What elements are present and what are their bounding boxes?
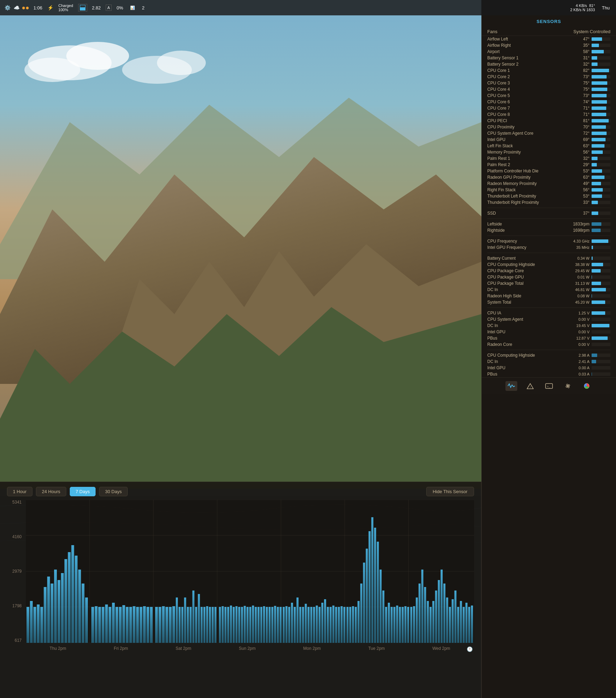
sensor-bar bbox=[592, 354, 597, 357]
svg-rect-46 bbox=[85, 597, 88, 643]
sensor-bar bbox=[592, 132, 607, 135]
hide-sensor-button[interactable]: Hide This Sensor bbox=[426, 487, 474, 496]
clock-icon[interactable]: 🕐 bbox=[467, 646, 473, 652]
btn-30days[interactable]: 30 Days bbox=[99, 487, 128, 496]
sensor-name: DC In bbox=[487, 287, 562, 292]
stats-icon[interactable]: 📊 bbox=[128, 5, 137, 11]
sensor-value: 71° bbox=[571, 112, 589, 117]
freq-sensor-row: CPU Frequency 4.33 GHz bbox=[482, 238, 616, 244]
svg-rect-162 bbox=[429, 607, 431, 643]
tab-fan-icon[interactable] bbox=[562, 381, 574, 391]
temp-sensor-row: Platform Controller Hub Die 53° bbox=[482, 168, 616, 174]
svg-rect-156 bbox=[413, 606, 415, 643]
sensor-bar bbox=[592, 163, 597, 166]
tab-activity-icon[interactable] bbox=[505, 381, 517, 391]
tab-color-icon[interactable] bbox=[581, 381, 593, 391]
temp-sensor-row: Intel GPU 69° bbox=[482, 136, 616, 143]
svg-rect-94 bbox=[241, 607, 243, 643]
sensor-bar-container bbox=[592, 282, 610, 285]
btn-7days[interactable]: 7 Days bbox=[70, 487, 96, 496]
svg-rect-97 bbox=[249, 607, 251, 643]
svg-rect-61 bbox=[140, 607, 142, 643]
sensor-bar bbox=[592, 324, 609, 327]
svg-rect-37 bbox=[54, 570, 57, 643]
svg-rect-30 bbox=[30, 601, 33, 643]
svg-rect-143 bbox=[377, 542, 379, 643]
ssd-value: 37° bbox=[571, 211, 589, 216]
svg-rect-139 bbox=[366, 549, 368, 643]
sensor-bar bbox=[592, 222, 601, 226]
svg-rect-145 bbox=[382, 591, 384, 643]
cloud-icon[interactable]: ☁️ bbox=[13, 5, 20, 11]
sensor-value: 73° bbox=[571, 93, 589, 98]
sensor-name: CPU PECI bbox=[487, 118, 569, 123]
sensor-bar bbox=[592, 37, 602, 41]
y-label-617: 617 bbox=[7, 638, 24, 643]
sensor-value: 32° bbox=[571, 156, 589, 161]
sensor-name: Thunderbolt Left Proximity bbox=[487, 194, 569, 199]
svg-rect-129 bbox=[338, 607, 340, 643]
divider-freq bbox=[487, 236, 610, 236]
sensor-value: 19.45 V bbox=[564, 324, 589, 328]
svg-rect-81 bbox=[203, 607, 205, 643]
svg-point-5 bbox=[157, 51, 206, 75]
temp-sensor-row: CPU Core 5 73° bbox=[482, 92, 616, 99]
sensor-bar bbox=[592, 176, 604, 179]
temperature-sensors: Airflow Left 47° Airflow Right 35° Airpo… bbox=[482, 36, 616, 206]
svg-rect-75 bbox=[187, 607, 189, 643]
power-sensor-row: Battery Current 0.34 W bbox=[482, 255, 616, 261]
sensor-bar-container bbox=[592, 294, 610, 298]
current-sensor-row: Intel GPU 0.00 A bbox=[482, 365, 616, 371]
system-preferences-icon[interactable]: ⚙️ bbox=[4, 5, 10, 11]
sensor-bar-container bbox=[592, 132, 610, 135]
menu-bar: ⚙️ ☁️ ●● 1:06 ⚡ Charged100% 2.82 A 0% 📊 … bbox=[0, 0, 616, 15]
svg-rect-121 bbox=[316, 606, 318, 643]
sensor-bar-container bbox=[592, 257, 610, 260]
sensor-bar bbox=[592, 182, 601, 185]
dots-icon[interactable]: ●● bbox=[22, 5, 29, 11]
cpu-freq-value: 2.82 bbox=[90, 5, 103, 11]
fans-label: Fans bbox=[487, 29, 497, 34]
sensor-value: 47° bbox=[571, 37, 589, 42]
day-display: Thu bbox=[600, 5, 612, 11]
sensor-bar bbox=[592, 69, 609, 72]
svg-rect-51 bbox=[105, 604, 108, 643]
power-sensors: Battery Current 0.34 W CPU Computing Hig… bbox=[482, 255, 616, 305]
divider-power bbox=[487, 253, 610, 253]
tab-terminal-icon[interactable]: >_ bbox=[543, 381, 555, 391]
svg-rect-69 bbox=[169, 607, 172, 643]
sensor-bar bbox=[592, 360, 596, 363]
sensor-name: Airflow Right bbox=[487, 43, 569, 48]
sensor-bar bbox=[592, 44, 599, 47]
svg-rect-84 bbox=[212, 607, 214, 643]
sensor-bar bbox=[592, 50, 604, 53]
sensor-bar-container bbox=[592, 324, 610, 327]
svg-rect-36 bbox=[51, 584, 53, 643]
svg-rect-53 bbox=[112, 603, 115, 643]
btn-24hours[interactable]: 24 Hours bbox=[36, 487, 66, 496]
sensor-value: 35° bbox=[571, 43, 589, 48]
sensor-bar-container bbox=[592, 88, 610, 91]
sensor-name: Intel GPU Frequency bbox=[487, 245, 562, 250]
svg-rect-59 bbox=[133, 606, 135, 643]
power-sensor-row: CPU Computing Highside 38.38 W bbox=[482, 261, 616, 268]
sensor-value: 82° bbox=[571, 68, 589, 73]
svg-rect-157 bbox=[416, 597, 418, 643]
svg-rect-43 bbox=[75, 556, 77, 643]
y-label-2979: 2979 bbox=[7, 569, 24, 574]
chart-svg bbox=[26, 500, 474, 643]
svg-rect-155 bbox=[410, 607, 412, 643]
svg-rect-141 bbox=[371, 517, 373, 643]
svg-rect-99 bbox=[255, 607, 257, 643]
sensor-bar-container bbox=[592, 239, 610, 243]
temp-sensor-row: CPU Core 1 82° bbox=[482, 67, 616, 74]
btn-1hour[interactable]: 1 Hour bbox=[7, 487, 32, 496]
sensor-value: 1.25 V bbox=[564, 311, 589, 315]
sensor-value: 58° bbox=[571, 49, 589, 54]
temp-sensor-row: Right Fin Stack 56° bbox=[482, 187, 616, 193]
activity-monitor-icon[interactable]: A bbox=[106, 5, 112, 11]
tab-warning-icon[interactable]: ! bbox=[524, 381, 536, 391]
sensor-name: Palm Rest 1 bbox=[487, 156, 569, 161]
sensor-name: CPU Core 7 bbox=[487, 106, 569, 111]
svg-rect-116 bbox=[302, 607, 304, 643]
